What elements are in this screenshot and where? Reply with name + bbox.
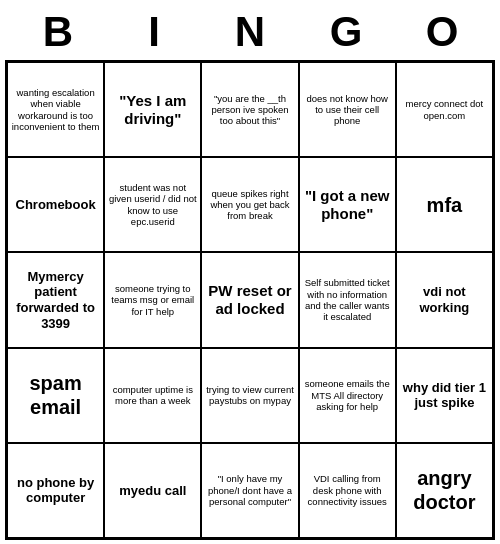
- bingo-cell-13[interactable]: Self submitted ticket with no informatio…: [299, 252, 396, 347]
- bingo-cell-17[interactable]: trying to view current paystubs on mypay: [201, 348, 298, 443]
- bingo-cell-20[interactable]: no phone by computer: [7, 443, 104, 538]
- bingo-grid: wanting escalation when viable workaroun…: [5, 60, 495, 540]
- title-letter-b: B: [14, 8, 102, 56]
- title-letter-g: G: [302, 8, 390, 56]
- bingo-cell-2[interactable]: "you are the __th person ive spoken too …: [201, 62, 298, 157]
- bingo-cell-16[interactable]: computer uptime is more than a week: [104, 348, 201, 443]
- bingo-cell-12[interactable]: PW reset or ad locked: [201, 252, 298, 347]
- bingo-cell-24[interactable]: angry doctor: [396, 443, 493, 538]
- bingo-cell-6[interactable]: student was not given userid / did not k…: [104, 157, 201, 252]
- title-letter-n: N: [206, 8, 294, 56]
- bingo-cell-11[interactable]: someone trying to teams msg or email for…: [104, 252, 201, 347]
- bingo-title: BINGO: [10, 8, 490, 56]
- title-letter-o: O: [398, 8, 486, 56]
- bingo-cell-23[interactable]: VDI calling from desk phone with connect…: [299, 443, 396, 538]
- bingo-cell-10[interactable]: Mymercy patient forwarded to 3399: [7, 252, 104, 347]
- bingo-cell-0[interactable]: wanting escalation when viable workaroun…: [7, 62, 104, 157]
- bingo-cell-5[interactable]: Chromebook: [7, 157, 104, 252]
- bingo-cell-8[interactable]: "I got a new phone": [299, 157, 396, 252]
- bingo-cell-7[interactable]: queue spikes right when you get back fro…: [201, 157, 298, 252]
- bingo-cell-14[interactable]: vdi not working: [396, 252, 493, 347]
- bingo-cell-21[interactable]: myedu call: [104, 443, 201, 538]
- bingo-cell-19[interactable]: why did tier 1 just spike: [396, 348, 493, 443]
- bingo-cell-3[interactable]: does not know how to use their cell phon…: [299, 62, 396, 157]
- bingo-cell-9[interactable]: mfa: [396, 157, 493, 252]
- bingo-cell-22[interactable]: "I only have my phone/I dont have a pers…: [201, 443, 298, 538]
- bingo-cell-18[interactable]: someone emails the MTS All directory ask…: [299, 348, 396, 443]
- bingo-cell-4[interactable]: mercy connect dot open.com: [396, 62, 493, 157]
- title-letter-i: I: [110, 8, 198, 56]
- bingo-cell-1[interactable]: "Yes I am driving": [104, 62, 201, 157]
- bingo-cell-15[interactable]: spam email: [7, 348, 104, 443]
